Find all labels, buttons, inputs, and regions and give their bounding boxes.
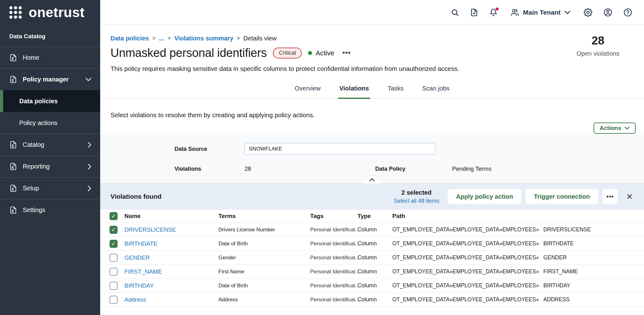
sidebar-item-policy-manager[interactable]: Policy manager: [0, 68, 100, 90]
tab-violations[interactable]: Violations: [338, 81, 370, 99]
row-checkbox[interactable]: [110, 226, 118, 234]
document-icon: [9, 184, 17, 192]
terms-cell: Drivers License Number: [218, 227, 275, 233]
breadcrumb-item-violations-summary[interactable]: Violations summary: [174, 35, 233, 42]
collapse-panel-button[interactable]: [362, 175, 382, 183]
sidebar-item-settings[interactable]: Settings: [0, 199, 100, 221]
violation-name-link[interactable]: GENDER: [124, 254, 150, 261]
breadcrumb-item-data-policies[interactable]: Data policies: [110, 35, 149, 42]
data-source-input[interactable]: [245, 143, 435, 155]
page-content: Data policies>...>Violations summary>Det…: [100, 25, 644, 315]
help-icon[interactable]: [623, 8, 632, 17]
actions-button[interactable]: Actions: [594, 123, 636, 134]
path-prefix: OT_EMPLOYEE_DATA»EMPLOYEE_DATA»EMPLOYEES…: [392, 226, 539, 233]
toolbar: Select violations to resolve them by cre…: [100, 111, 644, 134]
terms-cell: Date of Birth: [218, 283, 248, 289]
sidebar-item-label: Reporting: [23, 163, 50, 170]
breadcrumb-item-details-view: Details view: [243, 35, 277, 42]
violation-name-link[interactable]: BIRTHDAY: [124, 282, 154, 289]
path-cell: OT_EMPLOYEE_DATA»EMPLOYEE_DATA»EMPLOYEES…: [392, 254, 567, 261]
path-leaf: FIRST_NAME: [543, 268, 578, 275]
data-policy-label: Data Policy: [375, 166, 405, 172]
breadcrumb-item-[interactable]: ...: [159, 35, 164, 42]
document-icon: [9, 141, 17, 149]
chevron-right-icon: [87, 142, 91, 148]
path-prefix: OT_EMPLOYEE_DATA»EMPLOYEE_DATA»EMPLOYEES…: [392, 296, 539, 303]
sidebar-item-setup[interactable]: Setup: [0, 177, 100, 199]
header-checkbox[interactable]: [110, 212, 118, 220]
table-header-row: NameTermsTagsTypePath: [100, 210, 644, 223]
violation-name-link[interactable]: Address: [124, 296, 146, 303]
sidebar-item-home[interactable]: Home: [0, 47, 100, 68]
gear-icon[interactable]: [584, 8, 592, 17]
tab-tasks[interactable]: Tasks: [386, 81, 405, 99]
terms-cell: Address: [218, 297, 238, 303]
path-prefix: OT_EMPLOYEE_DATA»EMPLOYEE_DATA»EMPLOYEES…: [392, 254, 539, 261]
sidebar-item-label: Catalog: [23, 141, 44, 148]
terms-cell: First Name: [218, 269, 244, 275]
sidebar-item-label: Home: [23, 54, 39, 61]
sidebar-item-reporting[interactable]: Reporting: [0, 155, 100, 177]
document-icon: [9, 54, 17, 62]
apply-policy-action-button[interactable]: Apply policy action: [448, 189, 521, 204]
document-check-icon[interactable]: [470, 8, 478, 16]
title-more-options-icon[interactable]: •••: [342, 49, 351, 57]
breadcrumb-separator: >: [237, 35, 240, 42]
tenant-switcher[interactable]: Main Tenant: [511, 8, 571, 16]
select-all-link[interactable]: Select all 48 items: [394, 198, 439, 204]
type-cell: Column: [357, 268, 377, 275]
tab-scan-jobs[interactable]: Scan jobs: [421, 81, 451, 99]
column-header-tags: Tags: [310, 210, 357, 223]
chevron-right-icon: [87, 164, 91, 170]
logo[interactable]: onetrust: [0, 0, 100, 25]
row-checkbox[interactable]: [110, 254, 118, 262]
active-status-dot-icon: [308, 51, 312, 55]
sidebar-item-policy-actions[interactable]: Policy actions: [0, 112, 100, 134]
status: Active: [308, 49, 334, 57]
tab-overview[interactable]: Overview: [293, 81, 322, 99]
path-leaf: BIRTHDATE: [543, 240, 574, 247]
notifications-bell-icon[interactable]: [489, 8, 497, 16]
table-row: AddressAddressPersonal Identificat...Col…: [100, 293, 644, 307]
sidebar-item-catalog[interactable]: Catalog: [0, 134, 100, 155]
instruction-text: Select violations to resolve them by cre…: [110, 111, 636, 119]
path-leaf: GENDER: [543, 254, 567, 261]
data-policy-value: Pending Terms: [452, 165, 491, 172]
title-row: Unmasked personal identifiers Critical A…: [110, 46, 634, 60]
sidebar-item-data-policies[interactable]: Data policies: [0, 90, 100, 112]
violation-name-link[interactable]: FIRST_NAME: [124, 268, 162, 275]
row-checkbox[interactable]: [110, 282, 118, 290]
sidebar-item-label: Setup: [23, 185, 39, 192]
product-name: Data Catalog: [0, 25, 100, 47]
actions-button-label: Actions: [600, 125, 621, 132]
page-title: Unmasked personal identifiers: [110, 46, 267, 60]
sidebar-nav: HomePolicy managerData policiesPolicy ac…: [0, 47, 100, 221]
tags-cell: Personal Identificat...: [310, 269, 360, 275]
row-checkbox[interactable]: [110, 296, 118, 304]
terms-cell: Date of Birth: [218, 241, 248, 247]
row-checkbox[interactable]: [110, 240, 118, 248]
table-row: DRIVERSLICENSEDrivers License NumberPers…: [100, 223, 644, 237]
row-checkbox[interactable]: [110, 268, 118, 276]
more-options-icon[interactable]: •••: [602, 189, 618, 204]
page-head: Data policies>...>Violations summary>Det…: [100, 25, 644, 72]
open-violations-widget: 28 Open violations: [570, 34, 626, 57]
close-icon[interactable]: ✕: [626, 193, 633, 201]
violation-name-link[interactable]: DRIVERSLICENSE: [124, 226, 176, 233]
open-violations-count: 28: [570, 34, 626, 47]
path-cell: OT_EMPLOYEE_DATA»EMPLOYEE_DATA»EMPLOYEES…: [392, 282, 570, 289]
violation-name-link[interactable]: BIRTHDATE: [124, 240, 157, 247]
account-icon[interactable]: [604, 8, 612, 17]
search-icon[interactable]: [451, 8, 459, 16]
path-prefix: OT_EMPLOYEE_DATA»EMPLOYEE_DATA»EMPLOYEES…: [392, 268, 539, 275]
sidebar-item-label: Policy manager: [23, 76, 69, 83]
data-source-label: Data Source: [175, 146, 207, 152]
path-prefix: OT_EMPLOYEE_DATA»EMPLOYEE_DATA»EMPLOYEES…: [392, 282, 539, 289]
trigger-connection-button[interactable]: Trigger connection: [525, 189, 598, 204]
terms-cell: Gender: [218, 255, 236, 261]
open-violations-label: Open violations: [570, 50, 626, 57]
type-cell: Column: [357, 282, 377, 289]
selection-bar-actions: 2 selected Select all 48 items Apply pol…: [394, 189, 633, 204]
document-icon: [9, 206, 17, 214]
severity-badge: Critical: [273, 48, 302, 58]
